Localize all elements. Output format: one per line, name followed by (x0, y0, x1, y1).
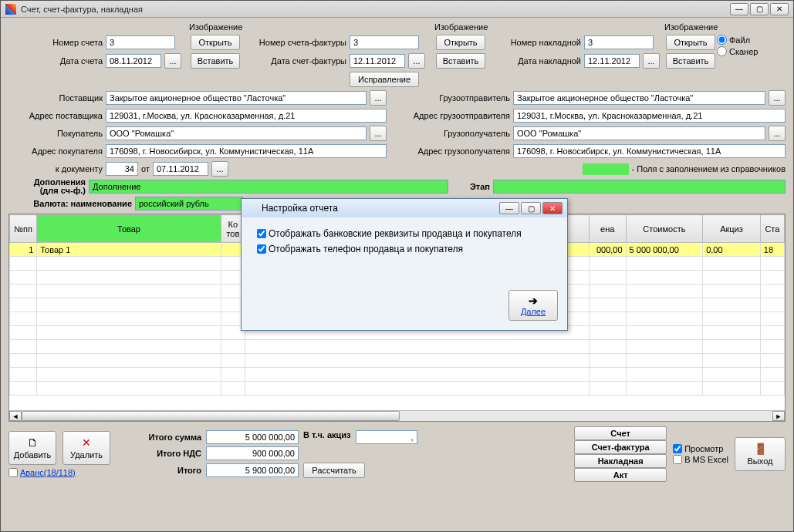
total-input[interactable] (206, 463, 299, 477)
consignee-input[interactable] (513, 126, 765, 140)
dialog-minimize-button[interactable]: — (499, 202, 519, 214)
shipper-addr-input[interactable] (513, 109, 786, 123)
delete-icon: ✕ (82, 436, 91, 449)
exit-button[interactable]: 🚪Выход (735, 437, 786, 471)
shipper-input[interactable] (513, 91, 765, 105)
waybill-date-input[interactable] (584, 54, 640, 68)
table-row (10, 368, 785, 382)
show-phone-checkbox[interactable]: Отображать телефон продавца и покупателя (257, 244, 552, 254)
act-doc-button[interactable]: Акт (574, 468, 667, 482)
currency-input[interactable] (135, 197, 243, 210)
waybill-doc-button[interactable]: Накладная (574, 454, 667, 468)
next-button[interactable]: ➔ Далее (508, 290, 558, 321)
invoice-date-input[interactable] (106, 54, 161, 68)
buyer-addr-input[interactable] (106, 144, 387, 158)
correction-button[interactable]: Исправление (350, 72, 419, 87)
additions-input[interactable] (89, 180, 448, 194)
open-button-2[interactable]: Открыть (436, 35, 485, 50)
table-row (10, 340, 785, 354)
calculate-button[interactable]: Рассчитать (303, 463, 365, 478)
ot-label: от (141, 164, 150, 173)
maximize-button[interactable]: ▢ (750, 3, 769, 15)
total-sum-input[interactable] (206, 430, 299, 444)
todoc-date-input[interactable] (153, 162, 208, 176)
factura-date-input[interactable] (350, 54, 405, 68)
date-picker-button-3[interactable]: ... (643, 53, 660, 69)
buyer-picker[interactable]: ... (370, 126, 387, 141)
supplier-addr-input[interactable] (106, 109, 387, 123)
dialog-icon (246, 203, 257, 214)
open-button-3[interactable]: Открыть (666, 35, 715, 50)
col-cost[interactable]: Стоимость (626, 215, 703, 243)
factura-num-label: Номер счета-фактуры (242, 38, 346, 47)
date-picker-button-2[interactable]: ... (408, 53, 425, 69)
paste-button-2[interactable]: Вставить (436, 53, 485, 69)
buyer-input[interactable] (106, 126, 367, 140)
scanner-radio[interactable]: Сканер (717, 46, 758, 56)
todoc-date-picker[interactable]: ... (211, 161, 228, 177)
scroll-thumb[interactable] (22, 411, 400, 421)
exit-icon: 🚪 (754, 443, 767, 455)
consignee-addr-label: Адрес грузополучателя (393, 146, 510, 156)
shipper-picker[interactable]: ... (769, 90, 786, 106)
scroll-right-icon[interactable]: ► (772, 411, 785, 421)
consignee-label: Грузополучатель (393, 129, 510, 138)
open-button-1[interactable]: Открыть (191, 35, 240, 50)
col-good[interactable]: Товар (37, 215, 221, 243)
dialog-close-button[interactable]: ✕ (542, 202, 563, 214)
consignee-addr-input[interactable] (513, 144, 786, 158)
delete-button[interactable]: ✕Удалить (63, 431, 110, 465)
factura-num-input[interactable] (350, 35, 419, 49)
date-picker-button-1[interactable]: ... (164, 53, 181, 69)
col-price[interactable]: ена (589, 215, 626, 243)
total-label: Итого (132, 466, 201, 475)
supplier-picker[interactable]: ... (370, 90, 387, 106)
table-row (10, 382, 785, 396)
show-bank-checkbox[interactable]: Отображать банковские реквизиты продавца… (257, 228, 552, 239)
consignee-picker[interactable]: ... (769, 126, 786, 141)
excise-input[interactable] (356, 430, 417, 444)
invoice-num-label: Номер счета (8, 38, 103, 47)
invoice-doc-button[interactable]: Счет (574, 426, 667, 440)
scroll-left-icon[interactable]: ◄ (9, 411, 22, 421)
stage-input[interactable] (493, 180, 786, 194)
shipper-addr-label: Адрес грузоотправителя (393, 111, 510, 120)
image-label-3: Изображение (664, 22, 715, 32)
file-radio[interactable]: Файл (717, 35, 758, 45)
close-button[interactable]: ✕ (770, 3, 789, 15)
table-row (10, 354, 785, 368)
col-excise[interactable]: Акциз (703, 215, 761, 243)
excel-checkbox[interactable]: В MS Excel (673, 455, 728, 464)
vat-input[interactable] (206, 446, 299, 460)
excise-label: В т.ч. акциз (303, 430, 351, 444)
waybill-num-input[interactable] (584, 35, 654, 49)
todoc-label: к документу (8, 164, 103, 173)
factura-doc-button[interactable]: Счет-фактура (574, 440, 667, 454)
supplier-input[interactable] (106, 91, 367, 105)
minimize-button[interactable]: — (730, 3, 748, 15)
col-num[interactable]: №пп (10, 215, 37, 243)
supplier-label: Поставщик (8, 93, 103, 103)
legend-color (583, 163, 629, 175)
dialog-maximize-button[interactable]: ▢ (521, 202, 541, 214)
buyer-addr-label: Адрес покупателя (8, 146, 103, 156)
paste-button-3[interactable]: Вставить (666, 53, 715, 69)
image-label: Изображение (189, 22, 240, 32)
titlebar: Счет, счет-фактура, накладная — ▢ ✕ (1, 1, 793, 18)
legend-text: - Поля с заполнением из справочников (632, 164, 786, 173)
supplier-addr-label: Адрес поставщика (8, 111, 103, 120)
shipper-label: Грузоотправитель (393, 93, 510, 103)
horizontal-scrollbar[interactable]: ◄ ► (9, 410, 785, 421)
add-button[interactable]: 🗋Добавить (8, 431, 56, 465)
report-settings-dialog: Настройка отчета — ▢ ✕ Отображать банков… (241, 198, 568, 331)
paste-button-1[interactable]: Вставить (191, 53, 240, 69)
avans-checkbox[interactable]: Аванс(18/118) (8, 468, 110, 477)
invoice-num-input[interactable] (106, 35, 175, 49)
preview-checkbox[interactable]: Просмотр (673, 444, 728, 453)
currency-label: Валюта: наименование (8, 199, 132, 208)
total-sum-label: Итого сумма (132, 433, 201, 442)
invoice-date-label: Дата счета (8, 56, 103, 66)
factura-date-label: Дата счет-фактуры (242, 56, 346, 66)
col-rate[interactable]: Ста (760, 215, 784, 243)
todoc-num-input[interactable] (106, 162, 138, 176)
